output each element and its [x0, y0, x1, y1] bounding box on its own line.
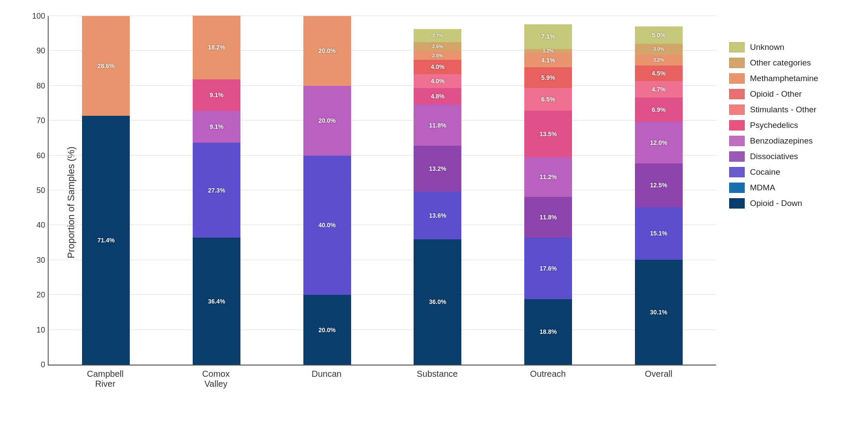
legend-item: Psychedelics: [729, 120, 855, 131]
bar-label: 7.1%: [541, 33, 555, 40]
legend-label: Opioid - Down: [750, 199, 802, 208]
bar-stack: 30.1%15.1%12.5%12.0%6.9%4.7%4.5%3.2%3.0%…: [635, 16, 683, 365]
legend-swatch: [729, 58, 745, 68]
legend-swatch: [729, 89, 745, 99]
x-labels-row: CampbellRiverComoxValleyDuncanSubstanceO…: [48, 369, 716, 389]
legend-item: Benzodiazepines: [729, 136, 855, 146]
bar-label: 11.8%: [429, 122, 446, 129]
bar-label: 20.0%: [319, 47, 336, 54]
legend-label: Unknown: [750, 42, 784, 52]
legend-item: Other categories: [729, 58, 855, 68]
bar-group: 36.0%13.6%13.2%11.8%4.8%4.0%4.0%2.6%2.6%…: [389, 16, 487, 365]
bar-segment-cocaine: 27.3%: [193, 143, 240, 238]
bar-label: 9.1%: [210, 91, 224, 98]
bar-segment-benzodiazepines: 11.8%: [414, 104, 461, 146]
chart-area: Proportion of Samples (%) 01020304050607…: [48, 16, 716, 389]
y-tick-label: 90: [36, 46, 45, 56]
bar-label: 71.4%: [97, 237, 115, 244]
bar-segment-cocaine: 13.6%: [414, 192, 461, 239]
legend-swatch: [729, 104, 745, 115]
bar-label: 17.6%: [539, 265, 557, 272]
bar-segment-benzodiazepines: 20.0%: [303, 86, 351, 156]
bar-label: 4.0%: [431, 78, 444, 85]
legend-swatch: [729, 198, 745, 209]
bar-segment-other_categories: 1.2%: [524, 49, 572, 53]
legend-label: Methamphetamine: [750, 74, 818, 83]
bar-label: 4.7%: [652, 86, 666, 93]
bar-segment-cocaine: 15.1%: [635, 207, 683, 260]
y-tick-label: 20: [36, 291, 45, 300]
legend-label: Cocaine: [750, 167, 780, 177]
bar-stack: 36.4%27.3%9.1%9.1%18.2%: [193, 16, 240, 365]
legend-swatch: [729, 167, 745, 177]
bar-segment-methamphetamine: 28.6%: [82, 16, 130, 116]
bar-segment-dissociatives: 12.5%: [635, 163, 683, 207]
bar-segment-opioid_down: 71.4%: [82, 116, 130, 365]
legend: UnknownOther categoriesMethamphetamineOp…: [716, 16, 855, 389]
y-tick-label: 50: [36, 186, 45, 195]
bar-segment-benzodiazepines: 11.2%: [524, 157, 572, 196]
legend-swatch: [729, 120, 745, 131]
legend-label: Dissociatives: [750, 152, 798, 161]
bar-label: 5.9%: [541, 74, 555, 81]
x-label: Duncan: [278, 369, 375, 389]
legend-swatch: [729, 73, 745, 84]
bar-segment-stimulants_other: 4.7%: [635, 81, 683, 98]
bar-segment-cocaine: 17.6%: [524, 238, 572, 299]
bar-label: 4.5%: [652, 70, 666, 77]
bar-segment-methamphetamine: 3.2%: [635, 55, 683, 66]
y-tick-label: 80: [36, 81, 45, 90]
bar-label: 28.6%: [97, 62, 115, 69]
bar-label: 36.4%: [208, 298, 225, 305]
bar-label: 13.5%: [539, 131, 557, 137]
legend-label: MDMA: [750, 183, 775, 193]
y-tick-label: 60: [36, 151, 45, 160]
bar-segment-opioid_down: 36.0%: [414, 239, 461, 365]
y-tick-label: 70: [36, 116, 45, 125]
bar-segment-opioid_other: 4.0%: [414, 60, 461, 74]
legend-swatch: [729, 151, 745, 162]
bar-label: 11.2%: [539, 173, 557, 180]
bar-segment-psychedelics: 9.1%: [193, 79, 240, 111]
bar-label: 2.6%: [432, 53, 443, 58]
bar-segment-benzodiazepines: 12.0%: [635, 122, 683, 163]
bar-group: 36.4%27.3%9.1%9.1%18.2%: [168, 16, 266, 365]
plot-area: 010203040506070809010071.4%28.6%36.4%27.…: [48, 16, 716, 366]
legend-swatch: [729, 136, 745, 146]
bar-label: 18.2%: [208, 44, 225, 51]
legend-item: Stimulants - Other: [729, 104, 855, 115]
bar-segment-methamphetamine: 18.2%: [193, 16, 240, 79]
bar-stack: 71.4%28.6%: [82, 16, 130, 365]
x-label: ComoxValley: [167, 369, 265, 389]
bar-label: 30.1%: [650, 309, 667, 316]
legend-item: Opioid - Down: [729, 198, 855, 209]
x-label: CampbellRiver: [56, 369, 154, 389]
legend-label: Psychedelics: [750, 121, 798, 130]
x-label: Substance: [388, 369, 486, 389]
bar-segment-psychedelics: 6.9%: [635, 98, 683, 121]
bar-stack: 18.8%17.6%11.8%11.2%13.5%6.5%5.9%4.1%1.2…: [524, 16, 572, 365]
bar-group: 18.8%17.6%11.8%11.2%13.5%6.5%5.9%4.1%1.2…: [500, 16, 597, 365]
bars-row: 71.4%28.6%36.4%27.3%9.1%9.1%18.2%20.0%40…: [49, 16, 716, 365]
legend-swatch: [729, 42, 745, 52]
bar-label: 12.5%: [650, 182, 667, 189]
legend-item: Unknown: [729, 42, 855, 52]
y-tick-label: 10: [36, 325, 45, 334]
y-tick-label: 0: [41, 360, 45, 369]
bar-segment-other_categories: 3.0%: [635, 44, 683, 54]
bar-segment-opioid_down: 36.4%: [193, 238, 240, 365]
bar-segment-psychedelics: 4.8%: [414, 88, 461, 105]
bar-group: 20.0%40.0%20.0%20.0%: [278, 16, 376, 365]
legend-label: Opioid - Other: [750, 89, 802, 99]
bar-stack: 20.0%40.0%20.0%20.0%: [303, 16, 351, 365]
x-label: Outreach: [499, 369, 597, 389]
legend-item: Opioid - Other: [729, 89, 855, 99]
bar-label: 4.0%: [431, 63, 444, 70]
bar-label: 6.9%: [652, 106, 666, 113]
bar-label: 11.8%: [539, 214, 557, 221]
bar-stack: 36.0%13.6%13.2%11.8%4.8%4.0%4.0%2.6%2.6%…: [414, 16, 461, 365]
bar-segment-unknown: 3.7%: [414, 29, 461, 42]
bar-segment-methamphetamine: 20.0%: [303, 16, 351, 86]
bar-label: 4.8%: [431, 93, 444, 100]
bar-group: 30.1%15.1%12.5%12.0%6.9%4.7%4.5%3.2%3.0%…: [610, 16, 707, 365]
